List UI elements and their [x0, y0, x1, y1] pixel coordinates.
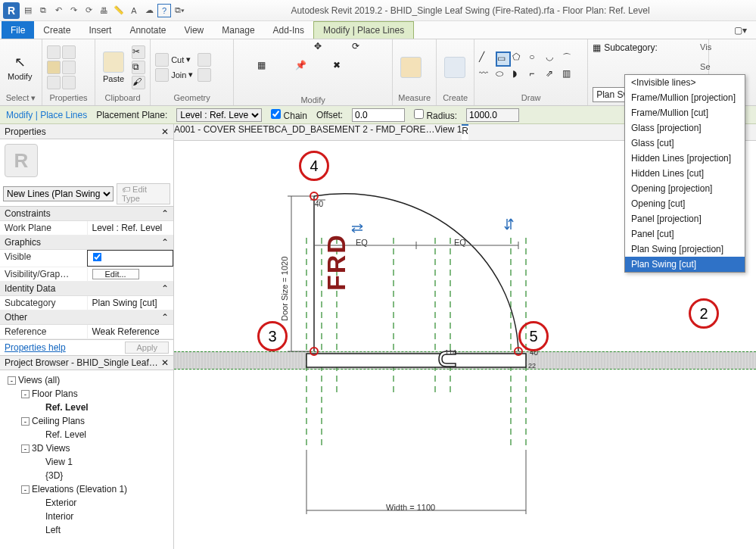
tree-node[interactable]: Ref. Level — [8, 401, 170, 414]
subcat-option[interactable]: Hidden Lines [projection] — [625, 151, 745, 166]
pin-icon[interactable]: 📌 — [295, 60, 312, 76]
part3-icon[interactable] — [352, 79, 369, 95]
properties-help-link[interactable]: Properties help — [5, 342, 66, 353]
subcat-option-selected[interactable]: Plan Swing [cut] — [625, 257, 745, 272]
qat-sync-icon[interactable]: ⟳ — [82, 4, 95, 17]
subcat-option[interactable]: Panel [projection] — [625, 211, 745, 226]
unpin-icon[interactable] — [314, 60, 331, 76]
array-icon[interactable]: ▦ — [257, 60, 274, 76]
arc3pt-tool-icon[interactable]: ⌒ — [562, 51, 577, 67]
part4-icon[interactable] — [371, 79, 387, 95]
subcat-option[interactable]: Frame/Mullion [cut] — [625, 105, 745, 120]
subcat-option[interactable]: Panel [cut] — [625, 226, 745, 242]
radius-input[interactable] — [466, 108, 519, 122]
tab-create[interactable]: Create — [34, 21, 79, 39]
spline-tool-icon[interactable]: 〰 — [479, 68, 494, 83]
project-units-icon[interactable] — [62, 61, 76, 74]
part2-icon[interactable] — [333, 79, 350, 95]
properties-palette-header[interactable]: Properties✕ — [0, 124, 173, 139]
tree-node[interactable]: -Views (all) — [8, 373, 170, 387]
assembly-icon[interactable] — [295, 79, 312, 95]
edit-type-button[interactable]: 🏷 Edit Type — [117, 183, 170, 204]
qat-open-icon[interactable]: ▤ — [21, 4, 35, 17]
circle-tool-icon[interactable]: ○ — [529, 51, 544, 67]
visibility-graphics-edit[interactable]: Edit... — [87, 267, 174, 281]
tab-manage[interactable]: Manage — [213, 21, 263, 39]
scale-icon[interactable] — [276, 60, 293, 76]
subcat-option[interactable]: Frame/Mullion [projection] — [625, 90, 745, 105]
tree-node[interactable]: View 1 — [8, 455, 170, 469]
qat-switch-icon[interactable]: ⧉▾ — [173, 4, 186, 17]
qat-print-icon[interactable]: 🖶 — [97, 4, 110, 17]
qat-help-icon[interactable]: ? — [157, 4, 171, 17]
subcategory-dropdown-list[interactable]: <Invisible lines> Frame/Mullion [project… — [624, 74, 745, 273]
paste-button[interactable]: Paste — [100, 50, 127, 85]
partial-ellipse-icon[interactable]: ◗ — [512, 68, 527, 83]
fillet-tool-icon[interactable]: ⌐ — [529, 68, 544, 83]
radius-checkbox[interactable]: Radius: — [414, 109, 457, 121]
visible-checkbox[interactable] — [87, 250, 174, 267]
tree-node[interactable]: -Floor Plans — [8, 387, 170, 401]
mirror-pick-icon[interactable] — [276, 41, 293, 58]
tree-node[interactable]: -Ceiling Plans — [8, 414, 170, 428]
chain-checkbox[interactable]: Chain — [271, 109, 307, 121]
qat-redo-icon[interactable]: ↷ — [67, 4, 80, 17]
prop-group-identity[interactable]: Identity Data⌃ — [0, 282, 173, 296]
qat-measure-icon[interactable]: 📏 — [112, 4, 126, 17]
align-icon[interactable] — [238, 41, 255, 58]
tree-node[interactable]: Ref. Level — [8, 428, 170, 441]
rotate-icon[interactable]: ⟳ — [352, 41, 369, 58]
group-icon[interactable] — [238, 79, 255, 95]
prop-value[interactable]: Weak Reference — [87, 325, 174, 338]
polygon-tool-icon[interactable]: ⬠ — [512, 51, 527, 67]
cut-clipboard-icon[interactable]: ✂ — [132, 45, 145, 59]
cut-geometry-button[interactable]: Cut▾ — [155, 53, 193, 67]
qat-text-icon[interactable]: A — [127, 4, 141, 17]
type-selector[interactable]: New Lines (Plan Swing — [3, 186, 114, 201]
part-icon[interactable] — [314, 79, 331, 95]
tab-annotate[interactable]: Annotate — [120, 21, 175, 39]
ungroup-icon[interactable] — [257, 79, 274, 95]
subcat-option[interactable]: Glass [cut] — [625, 136, 745, 151]
qat-save-icon[interactable]: ⧉ — [36, 4, 50, 17]
apply-button[interactable]: Apply — [125, 342, 169, 354]
properties-icon-3[interactable] — [62, 76, 76, 89]
cope-icon[interactable] — [198, 53, 211, 67]
tree-node[interactable]: {3D} — [8, 469, 170, 482]
copy-clipboard-icon[interactable]: ⧉ — [132, 61, 145, 74]
pick-walls-icon[interactable]: ▥ — [562, 68, 577, 83]
prop-group-graphics[interactable]: Graphics⌃ — [0, 236, 173, 250]
tree-node[interactable]: Exterior — [8, 496, 170, 510]
family-types-icon[interactable] — [47, 61, 61, 74]
type-properties-icon[interactable] — [62, 45, 76, 59]
subcat-option[interactable]: Hidden Lines [cut] — [625, 166, 745, 181]
tab-addins[interactable]: Add-Ins — [264, 21, 313, 39]
tree-node[interactable]: Left — [8, 523, 170, 537]
tree-node[interactable]: -3D Views — [8, 441, 170, 455]
tree-node[interactable]: Interior — [8, 510, 170, 523]
create-button[interactable] — [441, 55, 468, 80]
rectangle-tool-icon[interactable]: ▭ — [496, 51, 511, 67]
qat-undo-icon[interactable]: ↶ — [51, 4, 65, 17]
placement-plane-select[interactable]: Level : Ref. Leve — [176, 108, 262, 122]
trim-single-icon[interactable] — [371, 60, 387, 76]
split-icon[interactable] — [238, 60, 255, 76]
close-icon[interactable]: ✕ — [161, 357, 169, 368]
line-tool-icon[interactable]: ╱ — [479, 51, 494, 67]
trim-corner-icon[interactable] — [352, 60, 369, 76]
modify-button[interactable]: ↖Modify — [5, 52, 35, 83]
close-icon[interactable]: ✕ — [161, 126, 169, 137]
prop-group-other[interactable]: Other⌃ — [0, 310, 173, 325]
ellipse-tool-icon[interactable]: ⬭ — [496, 68, 511, 83]
arc-tool-icon[interactable]: ◡ — [546, 51, 561, 67]
offset-input[interactable] — [352, 108, 405, 122]
subcat-option[interactable]: Plan Swing [projection] — [625, 242, 745, 257]
qat-cloud-icon[interactable]: ☁ — [142, 4, 156, 17]
trim-extend-icon[interactable] — [371, 41, 387, 58]
match-type-icon[interactable]: 🖌 — [132, 76, 145, 89]
copy-icon[interactable] — [333, 41, 350, 58]
tab-file[interactable]: File — [2, 21, 34, 39]
subcat-option[interactable]: Glass [projection] — [625, 120, 745, 136]
properties-icon-2[interactable] — [47, 76, 61, 89]
prop-value[interactable]: Plan Swing [cut] — [87, 296, 174, 310]
